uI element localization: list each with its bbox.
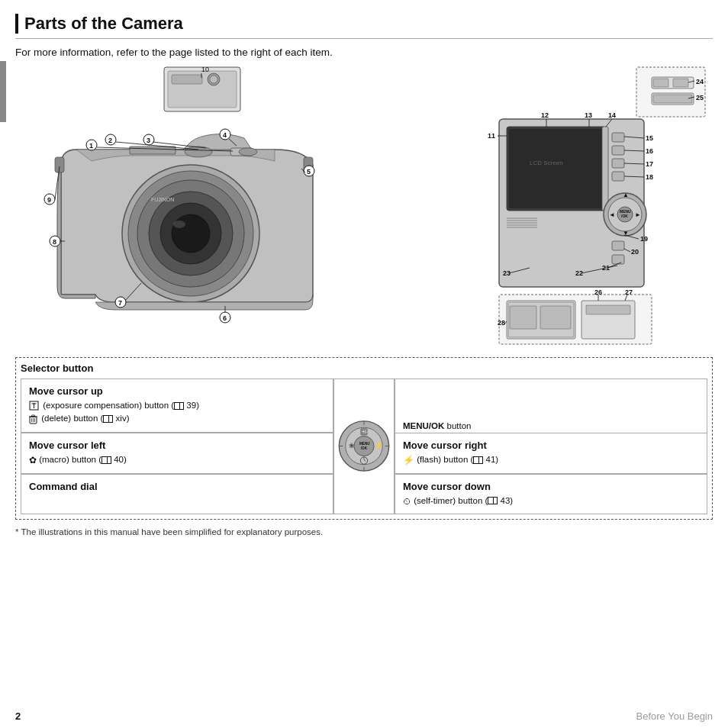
svg-text:►: ► — [635, 211, 641, 218]
move-cursor-down-heading: Move cursor down — [403, 481, 699, 492]
page-wrapper: Parts of the Camera For more information… — [15, 14, 713, 714]
book-icon-4 — [473, 456, 483, 464]
book-icon-2 — [103, 415, 113, 423]
svg-text:10: 10 — [201, 66, 209, 73]
svg-text:3: 3 — [147, 137, 150, 144]
svg-text:/OK: /OK — [621, 214, 628, 218]
command-dial-heading: Command dial — [29, 481, 325, 492]
svg-text:MENU: MENU — [359, 442, 370, 446]
subtitle: For more information, refer to the page … — [15, 47, 713, 58]
svg-rect-64 — [612, 146, 624, 155]
selector-section: Selector button Move cursor up (exposure… — [15, 357, 713, 520]
svg-text:FUJINON: FUJINON — [151, 197, 174, 202]
svg-text:1: 1 — [89, 142, 93, 150]
diagrams-area: 10 — [15, 66, 713, 348]
selector-section-title: Selector button — [21, 362, 707, 374]
svg-point-16 — [172, 214, 210, 253]
ref-2: xiv) — [113, 414, 129, 423]
svg-rect-89 — [586, 305, 630, 314]
ref-1: 39) — [184, 401, 199, 410]
book-icon-1 — [174, 402, 184, 410]
svg-rect-53 — [653, 95, 692, 103]
ref-3: 40) — [111, 455, 127, 464]
menu-ok-heading: MENU/OK — [403, 421, 444, 430]
svg-point-4 — [210, 76, 217, 83]
svg-rect-76 — [612, 241, 624, 250]
svg-text:❀: ❀ — [349, 442, 355, 449]
svg-rect-65 — [612, 159, 624, 168]
svg-text:LCD Screen: LCD Screen — [530, 159, 563, 166]
svg-rect-87 — [540, 306, 571, 329]
page-number: 2 — [15, 710, 21, 722]
book-icon-3 — [101, 456, 111, 464]
svg-text:◄: ◄ — [609, 211, 615, 218]
svg-rect-62 — [602, 127, 608, 211]
svg-point-9 — [239, 148, 257, 156]
page-section: Before You Begin — [636, 710, 713, 722]
macro-text: (macro) button ( — [39, 455, 101, 464]
svg-rect-66 — [612, 172, 624, 181]
svg-text:12: 12 — [541, 111, 549, 119]
svg-text:7: 7 — [118, 299, 122, 307]
move-cursor-up-content: (exposure compensation) button ( 39) (de… — [29, 399, 325, 426]
svg-text:5: 5 — [307, 168, 311, 176]
svg-rect-19 — [55, 157, 64, 172]
timer-icon: ⏲ — [403, 496, 411, 505]
svg-text:24: 24 — [696, 78, 704, 85]
svg-rect-51 — [673, 79, 688, 87]
svg-text:27: 27 — [625, 288, 633, 296]
move-cursor-right-cell: Move cursor right ⚡ (flash) button ( 41) — [395, 433, 707, 474]
svg-rect-7 — [130, 147, 176, 154]
camera-back-svg: 24 25 LCD Screen — [484, 66, 713, 348]
svg-text:17: 17 — [646, 160, 653, 168]
svg-text:20: 20 — [631, 248, 639, 256]
move-cursor-down-cell: Move cursor down ⏲ (self-timer) button (… — [395, 474, 707, 514]
delete-text: (delete) button ( — [41, 414, 103, 423]
menu-ok-text: button — [447, 421, 472, 430]
svg-rect-63 — [612, 133, 624, 142]
page-footer: 2 Before You Begin — [15, 710, 713, 722]
move-cursor-left-cell: Move cursor left ✿ (macro) button ( 40) — [21, 433, 333, 474]
move-cursor-up-cell: Move cursor up (exposure compensation) b… — [21, 378, 333, 433]
trash-icon — [29, 414, 37, 424]
camera-front-svg: 10 — [15, 66, 343, 348]
selector-grid: Move cursor up (exposure compensation) b… — [21, 378, 707, 514]
menu-ok-content: MENU/OK button — [403, 420, 472, 433]
svg-text:6: 6 — [223, 314, 227, 322]
svg-text:/OK: /OK — [361, 446, 368, 450]
svg-point-17 — [173, 221, 185, 228]
svg-text:15: 15 — [646, 134, 653, 142]
command-dial-cell: Command dial — [21, 474, 333, 514]
svg-text:19: 19 — [640, 235, 648, 243]
svg-rect-2 — [172, 75, 202, 84]
exposure-text: (exposure compensation) button ( — [43, 401, 174, 410]
dial-cell: MENU /OK +/- ❀ ⚡ — [333, 378, 395, 514]
flash-icon: ⚡ — [403, 455, 414, 465]
timer-text: (self-timer) button ( — [414, 496, 488, 505]
left-tab — [0, 61, 6, 122]
svg-text:4: 4 — [223, 131, 227, 139]
svg-text:2: 2 — [108, 137, 112, 144]
svg-text:⚡: ⚡ — [375, 441, 384, 450]
svg-text:16: 16 — [646, 147, 653, 155]
svg-text:14: 14 — [608, 111, 616, 119]
svg-text:+/-: +/- — [362, 430, 368, 435]
move-cursor-down-content: ⏲ (self-timer) button ( 43) — [403, 494, 699, 507]
footnote: * The illustrations in this manual have … — [15, 527, 713, 536]
svg-text:▲: ▲ — [623, 192, 629, 198]
svg-text:9: 9 — [47, 196, 51, 204]
svg-rect-77 — [612, 255, 624, 264]
svg-rect-50 — [653, 79, 668, 87]
svg-rect-48 — [636, 67, 705, 117]
dial-svg: MENU /OK +/- ❀ ⚡ — [337, 417, 391, 475]
svg-text:8: 8 — [53, 238, 56, 246]
svg-text:13: 13 — [585, 111, 592, 119]
svg-text:25: 25 — [696, 94, 704, 101]
ref-4: 41) — [483, 455, 498, 464]
camera-front: 10 — [15, 66, 343, 348]
book-icon-5 — [488, 497, 498, 504]
svg-rect-86 — [510, 306, 536, 329]
svg-text:28: 28 — [498, 319, 505, 327]
svg-text:11: 11 — [488, 132, 495, 140]
exposure-icon — [29, 401, 39, 411]
